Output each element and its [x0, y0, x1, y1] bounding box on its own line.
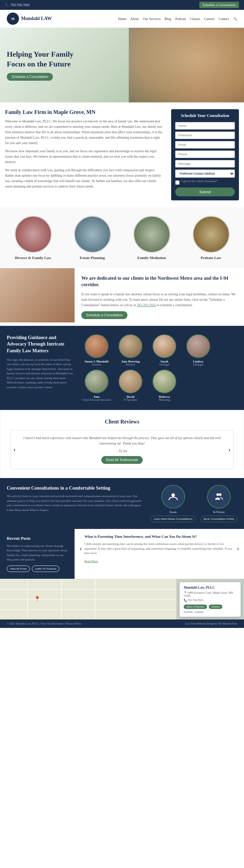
team-section: Providing Guidance and Advocacy Through … — [0, 326, 244, 410]
dedication-content: We are dedicated to our clients in the N… — [75, 268, 244, 326]
logo[interactable]: M Mundahl LAW — [7, 13, 52, 25]
zoom-option: Zoom Learn More About Consultations — [150, 485, 195, 522]
nav-about[interactable]: About — [130, 17, 139, 21]
logo-icon: M — [7, 13, 19, 25]
review-author: – Ej Jay — [117, 449, 127, 453]
search-icon[interactable]: 🔍 — [233, 17, 237, 21]
map-road-v1 — [27, 579, 28, 619]
team-text: Our logo, the phoenix, is symbolic of ou… — [7, 358, 75, 390]
copyright-text: © 2022 Mundahl Law, PLLC | View Our Disc… — [7, 622, 82, 625]
team-member-susan[interactable]: Susan J. Mundahl Attorney — [81, 334, 112, 366]
submit-button[interactable]: Submit — [175, 188, 235, 196]
map-road-v3 — [95, 579, 96, 619]
member-role-sam: Client Advocate Specialist — [81, 398, 112, 401]
dedication-heading: We are dedicated to our clients in the N… — [81, 275, 237, 288]
footer-address: 📍 6499 Sycamore Court, Maple Grove, MN 5… — [184, 591, 237, 597]
nav-contact[interactable]: Contact — [219, 17, 229, 21]
address-text: 6499 Sycamore Court, Maple Grove, MN 553… — [184, 591, 233, 597]
service-estate[interactable]: Estate Planning — [67, 216, 118, 260]
hero-image — [129, 28, 244, 102]
dedication-phone-link[interactable]: 763-703-7025 — [137, 303, 156, 307]
member-name-susan: Susan J. Mundahl — [81, 360, 112, 363]
phone-icon: 📞 — [5, 3, 9, 7]
avatar-david — [119, 370, 142, 393]
service-probate-label: Probate Law — [186, 256, 237, 260]
zoom-icon — [161, 485, 185, 509]
nav-podcast[interactable]: Podcast — [175, 17, 186, 21]
dedication-cta-button[interactable]: Schedule a Consultation — [81, 311, 127, 319]
read-more-link[interactable]: Read More — [84, 559, 98, 563]
nav-careers[interactable]: Careers — [204, 17, 215, 21]
hero-cta-button[interactable]: Schedule a Consultation — [7, 73, 53, 81]
nav-blog[interactable]: Blog — [165, 17, 171, 21]
team-member-david[interactable]: David IT Specialist — [115, 370, 146, 401]
avatar-sarah — [152, 334, 176, 358]
svg-point-1 — [216, 493, 219, 496]
main-paragraph-3: We work in collaboration with you, guidi… — [5, 167, 164, 189]
linkedin-link[interactable]: LinkedIn — [195, 611, 203, 613]
hero-content: Helping Your Family Focus on the Future … — [7, 50, 81, 81]
zoom-button[interactable]: Learn More About Consultations — [150, 516, 195, 522]
post-next-arrow[interactable]: › — [237, 545, 239, 552]
footer-phone-icon: 📞 — [184, 599, 187, 602]
zoom-label: Zoom — [150, 510, 195, 514]
member-role-sarah: Paralegal — [149, 363, 180, 366]
team-member-sarah[interactable]: Sarah Paralegal — [149, 334, 180, 366]
careers-button[interactable]: Careers — [209, 605, 223, 609]
message-input[interactable] — [175, 160, 235, 167]
bottom-footer: © 2022 Mundahl Law, PLLC | View Our Disc… — [0, 619, 244, 628]
email-input[interactable] — [175, 141, 235, 149]
phone-display[interactable]: 📞 763-703-7025 — [5, 3, 30, 7]
review-box: ‹ I haven't had much experience with law… — [11, 430, 233, 469]
post-card-area: ‹ What is Parenting Time Interference, a… — [75, 529, 244, 579]
footer-actions: Make a Payment Careers — [184, 605, 237, 609]
top-schedule-button[interactable]: Schedule a Consultation — [199, 2, 239, 8]
dedication-text: If you want to speak to a family law att… — [81, 292, 237, 308]
firstname-input[interactable] — [175, 132, 235, 139]
team-member-rebecca[interactable]: Rebecca Marketing — [149, 370, 180, 401]
listen-podcast-button[interactable]: Listen To Podcast — [32, 566, 59, 572]
disclaimer-checkbox[interactable] — [175, 180, 180, 185]
testimonials-button[interactable]: Read All Testimonials — [101, 456, 143, 464]
nav-classes[interactable]: Classes — [190, 17, 200, 21]
nav-home[interactable]: Home — [118, 17, 126, 21]
member-name-amy: Amy Retering — [115, 360, 146, 363]
team-heading: Providing Guidance and Advocacy Through … — [7, 334, 75, 354]
review-prev-arrow[interactable]: ‹ — [14, 446, 16, 453]
map-section: 📍 Mundahl Law, PLLC 📍 6499 Sycamore Cour… — [0, 579, 244, 619]
main-content-section: Family Law Firm in Maple Grove, MN Welco… — [0, 102, 244, 207]
footer-phone-number: 763-703-7025 — [188, 599, 203, 602]
reviews-heading: Client Reviews — [11, 419, 233, 425]
service-mediation[interactable]: Family Mediation — [126, 216, 177, 260]
main-paragraph-2: We know how important your family is to … — [5, 149, 164, 165]
post-excerpt: Child custody and parenting time can be … — [84, 542, 234, 556]
facebook-link[interactable]: Facebook — [184, 611, 193, 613]
name-input[interactable] — [175, 122, 235, 130]
svg-point-2 — [219, 493, 222, 496]
dedication-photo — [0, 268, 75, 322]
team-member-lindsey[interactable]: Lindsey Paralegal — [183, 334, 214, 366]
team-member-sam[interactable]: Sam Client Advocate Specialist — [81, 370, 112, 401]
main-heading: Family Law Firm in Maple Grove, MN — [5, 109, 164, 115]
member-name-lindsey: Lindsey — [183, 360, 214, 363]
team-member-amy[interactable]: Amy Retering Attorney — [115, 334, 146, 366]
zoom-svg — [168, 492, 178, 502]
service-divorce[interactable]: Divorce & Family Law — [8, 216, 59, 260]
payment-button[interactable]: Make a Payment — [184, 605, 207, 609]
service-probate[interactable]: Probate Law — [186, 216, 237, 260]
review-next-arrow[interactable]: › — [228, 446, 230, 453]
view-all-posts-button[interactable]: View All Posts — [7, 566, 30, 572]
member-role-lindsey: Paralegal — [183, 363, 214, 366]
post-prev-arrow[interactable]: ‹ — [80, 545, 82, 552]
disclaimer-row: I agree to the website disclaimer* — [175, 180, 235, 185]
nav-services[interactable]: Our Services — [143, 17, 161, 21]
credit-text: Law Firm Website Design by The Modern Fi… — [185, 622, 237, 625]
avatar-lindsey — [186, 334, 210, 358]
consultations-section: Convenient Consultations in a Comfortabl… — [0, 478, 244, 529]
avatar-rebecca — [152, 370, 176, 393]
phone-input[interactable] — [175, 151, 235, 158]
contact-method-select[interactable]: Preferred Contact Method — [175, 170, 235, 178]
mediation-image — [133, 216, 170, 253]
post-card: ‹ What is Parenting Time Interference, a… — [80, 534, 239, 564]
inperson-button[interactable]: Book Consultation Online — [201, 516, 237, 522]
